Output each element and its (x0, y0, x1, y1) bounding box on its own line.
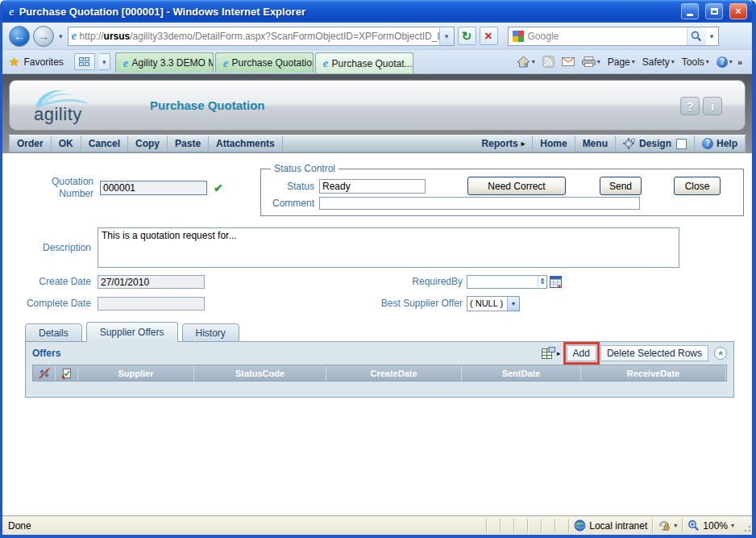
search-input[interactable]: Google (525, 31, 687, 42)
excel-export-icon[interactable] (542, 347, 555, 359)
maximize-button[interactable] (705, 3, 723, 19)
export-menu-arrow-icon[interactable]: ▸ (557, 349, 561, 357)
reports-label: Reports (481, 136, 517, 152)
favorites-star-icon[interactable]: ★ (9, 55, 19, 69)
menu-cancel[interactable]: Cancel (81, 136, 128, 152)
browser-tab-purchase-quotation-active[interactable]: e Purchase Quotat... ✕ (315, 52, 413, 73)
address-bar[interactable]: e http://ursus/agility33demo/DetailForm.… (68, 27, 455, 46)
address-dropdown-button[interactable]: ▾ (439, 27, 454, 45)
ie-window: e Purchase Quotation [000001] - Windows … (0, 0, 756, 538)
collapse-chevron-icon: « (717, 351, 725, 356)
print-dropdown-icon[interactable]: ▾ (597, 58, 600, 65)
browser-tab-purchase-quotations[interactable]: e Purchase Quotations (215, 52, 314, 73)
tools-menu-button[interactable]: Tools ▾ (679, 55, 712, 69)
design-gear-icon (623, 138, 636, 149)
page-dropdown-icon: ▾ (632, 58, 635, 65)
menu-copy[interactable]: Copy (128, 136, 168, 152)
select-dropdown-icon[interactable]: ▾ (507, 297, 519, 311)
tabs-toolbar: ★ Favorites ▾ e Agility 3.3 DEMO Ma... e… (2, 50, 752, 74)
tab-details[interactable]: Details (25, 323, 82, 342)
refresh-button[interactable]: ↻ (458, 27, 476, 45)
search-dropdown-icon[interactable]: ▾ (706, 32, 718, 40)
back-button[interactable]: ← (9, 26, 30, 47)
add-button[interactable]: Add (567, 345, 596, 361)
favorites-button[interactable]: Favorites (23, 56, 63, 68)
close-window-button[interactable]: × (729, 3, 747, 19)
best-supplier-offer-select[interactable]: ( NULL ) ▾ (467, 296, 520, 311)
menu-order[interactable]: Order (9, 136, 52, 152)
browser-tabs: e Agility 3.3 DEMO Ma... e Purchase Quot… (115, 52, 415, 73)
offers-title: Offers (32, 348, 60, 359)
menu-reports[interactable]: Reports ▸ (474, 136, 533, 152)
delete-selected-rows-button[interactable]: Delete Selected Rows (600, 345, 708, 361)
tab-history[interactable]: History (182, 323, 239, 342)
stop-button[interactable]: × (480, 27, 498, 45)
title-bar[interactable]: e Purchase Quotation [000001] - Windows … (2, 0, 752, 23)
app-menu-bar: Order OK Cancel Copy Paste Attachments R… (9, 135, 746, 152)
description-textarea[interactable]: This is a quotation request for... (98, 227, 679, 268)
print-button[interactable]: ▾ (579, 55, 603, 69)
home-dropdown-icon[interactable]: ▾ (532, 58, 535, 65)
menu-design[interactable]: Design (616, 136, 695, 152)
zoom-pane[interactable]: 100% ▾ (682, 519, 739, 533)
column-header-receivedate[interactable]: ReceiveDate (581, 365, 726, 381)
quotation-number-input[interactable]: 000001 (100, 181, 207, 195)
quotation-number-label: Quotation Number (25, 176, 93, 200)
menu-home[interactable]: Home (533, 136, 575, 152)
page-menu-label: Page (608, 56, 630, 68)
safety-menu-button[interactable]: Safety ▾ (640, 55, 677, 69)
tab-supplier-offers[interactable]: Supplier Offers (86, 322, 178, 342)
home-button[interactable]: ▾ (514, 54, 538, 69)
more-commands-chevron[interactable]: » (737, 57, 742, 67)
search-box[interactable]: Google ▾ (508, 27, 719, 46)
browser-tab-agility-demo[interactable]: e Agility 3.3 DEMO Ma... (115, 52, 214, 73)
column-header-statuscode[interactable]: StatusCode (194, 365, 326, 381)
complete-date-input[interactable] (98, 297, 205, 311)
status-pane (541, 519, 555, 533)
help-dropdown-icon: ▾ (729, 58, 733, 65)
header-help-button[interactable]: ? (680, 97, 700, 115)
need-correct-button[interactable]: Need Correct (467, 177, 566, 195)
zoom-dropdown-icon[interactable]: ▾ (731, 522, 734, 529)
read-mail-button[interactable] (559, 56, 577, 68)
quick-tabs-icon (79, 57, 89, 66)
minimize-button[interactable] (681, 3, 699, 19)
header-info-button[interactable]: i (703, 97, 722, 115)
menu-paste[interactable]: Paste (168, 136, 209, 152)
status-input[interactable]: Ready (319, 179, 426, 194)
calendar-icon[interactable] (550, 276, 562, 288)
protected-mode-pane[interactable]: ▾ (652, 519, 682, 533)
spinner-control[interactable]: ▴▾ (538, 276, 546, 288)
sort-disabled-header[interactable] (33, 365, 56, 381)
select-all-header[interactable] (56, 365, 78, 381)
menu-ok[interactable]: OK (52, 136, 81, 152)
history-dropdown-icon[interactable]: ▾ (57, 32, 64, 40)
required-by-input[interactable]: ▴▾ (467, 275, 547, 289)
send-button[interactable]: Send (600, 177, 642, 195)
page-menu-button[interactable]: Page ▾ (605, 55, 638, 69)
ie-help-button[interactable]: ? ▾ (714, 55, 735, 69)
search-button[interactable] (687, 27, 706, 45)
resize-grip[interactable] (741, 519, 752, 533)
intranet-globe-icon (574, 519, 586, 532)
comment-input[interactable] (319, 197, 640, 210)
tab-list-dropdown-button[interactable]: ▾ (99, 53, 110, 70)
collapse-section-button[interactable]: « (714, 347, 727, 360)
quick-tabs-button[interactable] (74, 53, 95, 70)
menu-menu[interactable]: Menu (575, 136, 616, 152)
column-header-sentdate[interactable]: SentDate (462, 365, 581, 381)
design-checkbox[interactable] (676, 139, 687, 149)
menu-attachments[interactable]: Attachments (209, 136, 283, 152)
forward-button[interactable]: → (33, 26, 54, 47)
tab-label: Purchase Quotations (231, 57, 313, 69)
create-date-input[interactable]: 27/01/2010 (98, 275, 205, 289)
column-header-createdate[interactable]: CreateDate (326, 365, 462, 381)
protected-mode-dropdown-icon[interactable]: ▾ (674, 522, 677, 529)
column-header-supplier[interactable]: Supplier (78, 365, 194, 381)
spinner-down-icon[interactable]: ▾ (541, 282, 544, 286)
close-button[interactable]: Close (674, 177, 721, 195)
menu-help[interactable]: ? Help (695, 136, 746, 152)
status-label: Status (268, 181, 314, 192)
feeds-button[interactable] (540, 54, 557, 69)
url-text[interactable]: http://ursus/agility33demo/DetailForm.as… (77, 31, 438, 42)
